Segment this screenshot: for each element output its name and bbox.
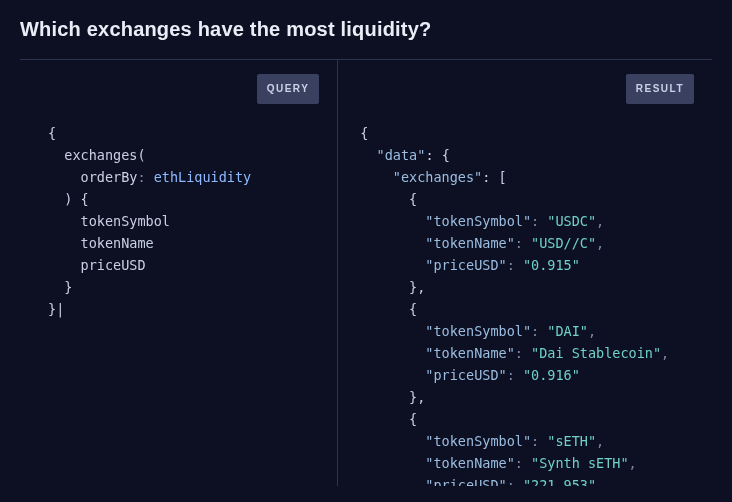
code-text: "priceUSD" [425, 477, 506, 486]
code-text: "0.916" [523, 367, 580, 383]
code-text: ethLiquidity [154, 169, 252, 185]
query-badge: QUERY [257, 74, 320, 104]
code-text: tokenName [81, 235, 154, 251]
cursor: | [56, 301, 64, 317]
code-text: "exchanges" [393, 169, 482, 185]
query-panel[interactable]: QUERY { exchanges( orderBy: ethLiquidity… [20, 60, 338, 486]
code-text: : [515, 345, 531, 361]
code-text: : [531, 323, 547, 339]
code-text: ( [137, 147, 145, 163]
code-text: { [409, 301, 417, 317]
code-text: } [48, 301, 56, 317]
code-text: }, [409, 389, 425, 405]
code-text: "data" [377, 147, 426, 163]
code-text: "USD//C" [531, 235, 596, 251]
code-text: : [531, 213, 547, 229]
code-text: : [137, 169, 153, 185]
code-text: "Dai Stablecoin" [531, 345, 661, 361]
code-text: "priceUSD" [425, 257, 506, 273]
code-text: : [507, 477, 523, 486]
code-text: tokenSymbol [81, 213, 170, 229]
code-text: } [64, 279, 72, 295]
code-text: "Synth sETH" [531, 455, 629, 471]
code-text: : [515, 455, 531, 471]
code-text: { [360, 125, 368, 141]
code-text: ) { [64, 191, 88, 207]
code-text: orderBy [81, 169, 138, 185]
code-text: priceUSD [81, 257, 146, 273]
code-text: : { [425, 147, 449, 163]
code-text: "tokenSymbol" [425, 323, 531, 339]
code-text: , [596, 235, 604, 251]
code-text: { [409, 191, 417, 207]
code-text: "tokenSymbol" [425, 433, 531, 449]
result-panel: RESULT { "data": { "exchanges": [ { "tok… [338, 60, 712, 486]
code-text: , [629, 455, 637, 471]
code-text: "priceUSD" [425, 367, 506, 383]
code-text: , [588, 323, 596, 339]
code-text: , [661, 345, 669, 361]
code-text: "USDC" [547, 213, 596, 229]
code-text: : [515, 235, 531, 251]
result-badge: RESULT [626, 74, 694, 104]
code-text: exchanges [64, 147, 137, 163]
code-text: : [507, 257, 523, 273]
code-text: : [531, 433, 547, 449]
code-text: : [507, 367, 523, 383]
code-text: , [596, 213, 604, 229]
code-text: "221.953" [523, 477, 596, 486]
code-text: "DAI" [547, 323, 588, 339]
page-title: Which exchanges have the most liquidity? [20, 18, 712, 41]
panels: QUERY { exchanges( orderBy: ethLiquidity… [20, 60, 712, 486]
code-text: { [48, 125, 56, 141]
code-text: "tokenName" [425, 235, 514, 251]
code-text: "0.915" [523, 257, 580, 273]
code-text: , [596, 433, 604, 449]
code-text: { [409, 411, 417, 427]
code-text: }, [409, 279, 425, 295]
code-text: : [ [482, 169, 506, 185]
code-text: "sETH" [547, 433, 596, 449]
code-text: "tokenName" [425, 345, 514, 361]
code-text: "tokenSymbol" [425, 213, 531, 229]
code-text: "tokenName" [425, 455, 514, 471]
